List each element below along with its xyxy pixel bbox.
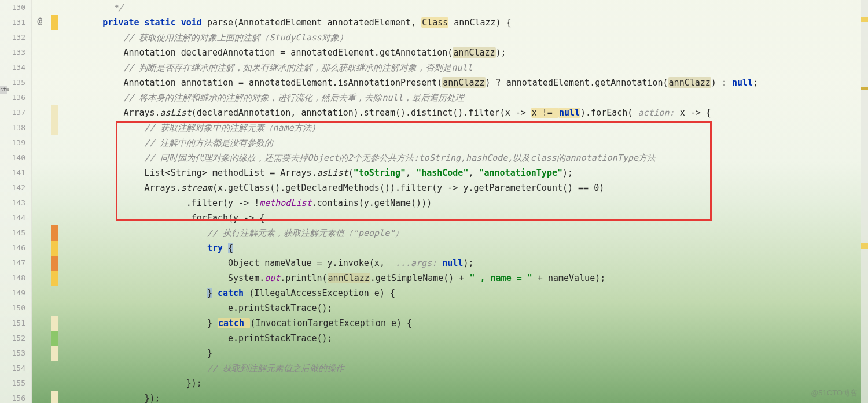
code-token: // 获取使用注解的对象上面的注解（StudyClass对象） xyxy=(123,32,347,43)
code-token: "annotationType" xyxy=(479,168,562,178)
code-line[interactable]: e.printStackTrace(); xyxy=(61,301,868,316)
code-token: null xyxy=(558,108,580,118)
code-line[interactable]: // 执行注解元素，获取注解元素值（"people"） xyxy=(61,225,868,241)
line-number-gutter[interactable]: 1301311321331341351361371381391401411421… xyxy=(0,0,32,403)
code-token: ).forEach( xyxy=(580,108,638,118)
code-line[interactable]: .filter(y -> !methodList.contains(y.getN… xyxy=(61,195,868,210)
code-token: annClazz xyxy=(328,273,370,283)
code-token: .getSimpleName() + xyxy=(370,273,470,283)
code-token: List<String> methodList = Arrays. xyxy=(145,168,317,178)
scroll-mark xyxy=(861,87,868,90)
code-token: e.printStackTrace(); xyxy=(228,333,333,343)
line-number: 152 xyxy=(0,331,31,346)
code-token: asList xyxy=(317,168,348,178)
code-token: private xyxy=(102,17,144,28)
code-line[interactable]: }); xyxy=(61,376,868,391)
line-number: 137 xyxy=(0,105,31,120)
code-token: System. xyxy=(228,273,264,283)
code-line[interactable]: // 同时因为代理对象的缘故，还需要去掉Object的2个无参公共方法:toSt… xyxy=(61,150,868,165)
code-token: .println( xyxy=(280,273,327,283)
code-token: .forEach(y -> { xyxy=(186,213,264,223)
code-token: ) ? annotatedElement.getAnnotation( xyxy=(486,77,668,88)
code-line[interactable]: // 获取使用注解的对象上面的注解（StudyClass对象） xyxy=(61,30,868,45)
code-token: " , name = " xyxy=(469,273,532,283)
code-token: ); xyxy=(496,47,506,58)
line-number: 149 xyxy=(0,286,31,301)
code-token: ); xyxy=(562,168,573,178)
code-token: } xyxy=(207,288,212,298)
line-number: 153 xyxy=(0,346,31,361)
code-token: } xyxy=(207,318,218,328)
code-token: ); xyxy=(463,258,473,268)
code-editor[interactable]: 1301311321331341351361371381391401411421… xyxy=(0,0,868,403)
side-tab-tool[interactable]: stu xyxy=(0,86,7,94)
scroll-mark xyxy=(861,17,868,22)
line-number: 146 xyxy=(0,241,31,256)
code-line[interactable]: } catch (IllegalAccessException e) { xyxy=(61,286,868,301)
code-line[interactable]: }); xyxy=(61,391,868,403)
code-token: { xyxy=(228,243,233,253)
code-line[interactable]: e.printStackTrace(); xyxy=(61,331,868,346)
code-line[interactable]: Annotation annotation = annotatedElement… xyxy=(61,75,868,90)
code-line[interactable]: System.out.println(annClazz.getSimpleNam… xyxy=(61,271,868,286)
line-number: 134 xyxy=(0,60,31,75)
code-token: // 同时因为代理对象的缘故，还需要去掉Object的2个无参公共方法:toSt… xyxy=(145,153,656,163)
code-line[interactable]: // 注解中的方法都是没有参数的 xyxy=(61,135,868,150)
code-line[interactable]: // 获取到注解元素值之后做的操作 xyxy=(61,361,868,376)
line-number: 148 xyxy=(0,271,31,286)
scrollbar[interactable] xyxy=(861,0,868,403)
code-token: } xyxy=(207,348,212,358)
code-line[interactable]: try { xyxy=(61,241,868,256)
code-line[interactable]: Arrays.stream(x.getClass().getDeclaredMe… xyxy=(61,180,868,195)
code-token: annClazz xyxy=(453,47,495,58)
line-number: 147 xyxy=(0,256,31,271)
code-line[interactable]: .forEach(y -> { xyxy=(61,210,868,225)
code-token: static xyxy=(145,17,181,28)
code-token: // 执行注解元素，获取注解元素值（"people"） xyxy=(207,228,403,238)
code-token: null xyxy=(442,258,463,268)
code-token: .filter(y -> ! xyxy=(186,198,259,208)
code-token: annClazz xyxy=(668,77,711,88)
code-token: , xyxy=(468,168,479,178)
code-token: asList xyxy=(160,108,192,118)
code-line[interactable]: Object nameValue = y.invoke(x, ...args: … xyxy=(61,256,868,271)
code-line[interactable]: // 获取注解对象中的注解元素（name方法） xyxy=(61,120,868,135)
code-token: action: xyxy=(638,108,679,118)
code-token: try xyxy=(207,243,228,253)
code-token: ) xyxy=(599,183,604,193)
line-number: 145 xyxy=(0,225,31,241)
line-number: 140 xyxy=(0,150,31,165)
line-number: 151 xyxy=(0,316,31,331)
code-line[interactable]: } catch (InvocationTargetException e) { xyxy=(61,316,868,331)
line-number: 143 xyxy=(0,195,31,210)
override-marker-icon[interactable]: @ xyxy=(34,15,46,28)
line-number: 138 xyxy=(0,120,31,135)
code-token: + nameValue); xyxy=(532,273,605,283)
code-token: annClazz xyxy=(442,77,485,88)
code-line[interactable]: } xyxy=(61,346,868,361)
code-token: ( xyxy=(348,168,354,178)
code-line[interactable]: */ xyxy=(61,0,868,15)
line-number: 156 xyxy=(0,391,31,403)
line-number: 141 xyxy=(0,165,31,180)
code-line[interactable]: private static void parse(AnnotatedEleme… xyxy=(61,15,868,30)
watermark-text: @51CTO博客 xyxy=(811,388,858,398)
code-token: // 将本身的注解和继承的注解的对象，进行流化，然后去重，去除null，最后遍历… xyxy=(123,93,464,103)
code-token: "toString" xyxy=(354,168,406,178)
code-area[interactable]: */ private static void parse(AnnotatedEl… xyxy=(32,0,868,403)
code-token: x -> { xyxy=(680,108,711,118)
code-token: // 注解中的方法都是没有参数的 xyxy=(145,138,273,148)
code-line[interactable]: List<String> methodList = Arrays.asList(… xyxy=(61,165,868,180)
code-token: (InvocationTargetException e) { xyxy=(250,318,412,328)
code-token: .contains(y.getName())) xyxy=(312,198,432,208)
code-token: ) : xyxy=(711,77,732,88)
code-token: }); xyxy=(145,393,160,403)
code-token: stream xyxy=(181,183,212,193)
code-line[interactable]: Annotation declaredAnnotation = annotate… xyxy=(61,45,868,60)
code-token: "hashCode" xyxy=(416,168,468,178)
code-token: null xyxy=(732,77,753,88)
code-line[interactable]: // 将本身的注解和继承的注解的对象，进行流化，然后去重，去除null，最后遍历… xyxy=(61,90,868,105)
line-number: 131 xyxy=(0,15,31,30)
code-line[interactable]: Arrays.asList(declaredAnnotation, annota… xyxy=(61,105,868,120)
code-line[interactable]: // 判断是否存在继承的注解，如果有继承的注解，那么获取继承的注解对象，否则是n… xyxy=(61,60,868,75)
